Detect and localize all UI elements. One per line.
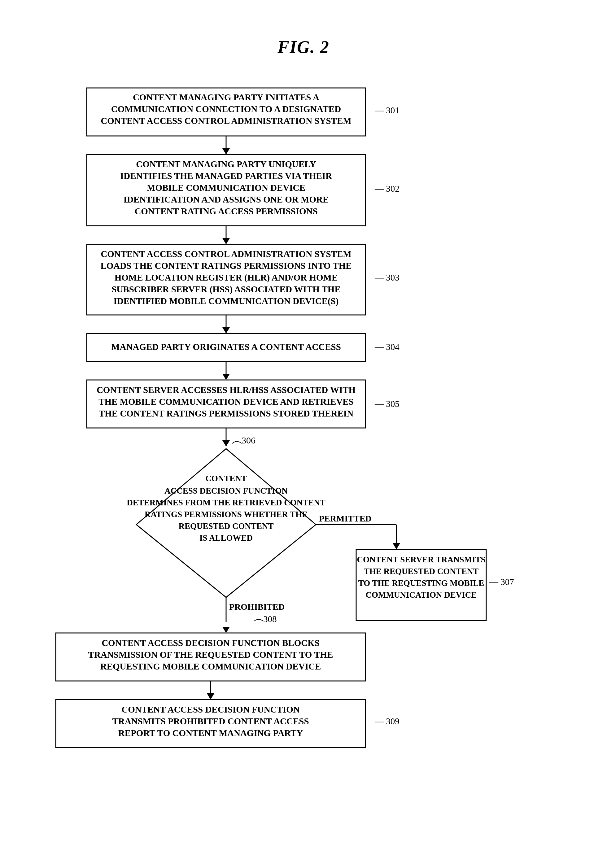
figure-title-2: FIG. 2 (25, 19, 582, 57)
main-flowchart-svg: CONTENT MANAGING PARTY INITIATES A COMMU… (25, 82, 582, 868)
svg-text:— 307: — 307 (489, 577, 514, 587)
svg-text:CONTENT SERVER ACCESSES HLR/HS: CONTENT SERVER ACCESSES HLR/HSS ASSOCIAT… (96, 385, 356, 395)
svg-text:REPORT TO CONTENT MANAGING PAR: REPORT TO CONTENT MANAGING PARTY (118, 728, 303, 738)
arrowhead-308-309 (207, 693, 214, 699)
svg-text:CONTENT ACCESS DECISION FUNCTI: CONTENT ACCESS DECISION FUNCTION (121, 705, 300, 715)
svg-text:TO THE REQUESTING MOBILE: TO THE REQUESTING MOBILE (358, 578, 484, 588)
arrowhead-307 (393, 543, 400, 549)
svg-text:— 304: — 304 (374, 342, 399, 352)
svg-text:SUBSCRIBER SERVER (HSS) ASSOCI: SUBSCRIBER SERVER (HSS) ASSOCIATED WITH … (112, 284, 341, 294)
svg-text:RATINGS PERMISSIONS WHETHER TH: RATINGS PERMISSIONS WHETHER THE (144, 510, 307, 519)
svg-text:IDENTIFICATION AND ASSIGNS ONE: IDENTIFICATION AND ASSIGNS ONE OR MORE (124, 194, 329, 205)
label-301: — 301 (374, 105, 399, 115)
svg-text:— 309: — 309 (374, 716, 399, 726)
text-301-3: CONTENT ACCESS CONTROL ADMINISTRATION SY… (101, 116, 351, 126)
text-prohibited: PROHIBITED (229, 602, 285, 612)
svg-text:IS ALLOWED: IS ALLOWED (199, 533, 253, 542)
curve-306 (232, 442, 242, 444)
svg-overlay: FIG. 2 CONTENT MANAGING PARTY INITIATES … (0, 0, 607, 868)
svg-text:— 305: — 305 (374, 399, 399, 409)
arrowhead-305-306 (222, 440, 230, 446)
svg-text:THE MOBILE COMMUNICATION DEVIC: THE MOBILE COMMUNICATION DEVICE AND RETR… (98, 397, 354, 407)
svg-text:MOBILE COMMUNICATION DEVICE: MOBILE COMMUNICATION DEVICE (147, 183, 305, 192)
svg-text:THE REQUESTED CONTENT: THE REQUESTED CONTENT (364, 567, 479, 576)
svg-text:REQUESTING MOBILE COMMUNICATIO: REQUESTING MOBILE COMMUNICATION DEVICE (100, 662, 321, 671)
text-308-label: 308 (263, 614, 277, 624)
arrowhead-304-305 (222, 374, 230, 380)
svg-text:REQUESTED CONTENT: REQUESTED CONTENT (179, 521, 274, 531)
arrowhead-301-302 (222, 148, 230, 155)
svg-text:— 302: — 302 (374, 184, 399, 194)
svg-text:CONTENT ACCESS CONTROL ADMINIS: CONTENT ACCESS CONTROL ADMINISTRATION SY… (101, 249, 351, 259)
svg-text:IDENTIFIES THE MANAGED PARTIES: IDENTIFIES THE MANAGED PARTIES VIA THEIR (120, 171, 332, 181)
svg-text:ACCESS DECISION FUNCTION: ACCESS DECISION FUNCTION (165, 486, 288, 496)
arrowhead-303-304 (222, 327, 230, 333)
text-306: 306 (242, 435, 256, 445)
text-301-1: CONTENT MANAGING PARTY INITIATES A (133, 92, 319, 102)
svg-text:TRANSMISSION OF THE REQUESTED : TRANSMISSION OF THE REQUESTED CONTENT TO… (88, 650, 333, 660)
svg-text:CONTENT ACCESS DECISION FUNCTI: CONTENT ACCESS DECISION FUNCTION BLOCKS (102, 638, 320, 648)
flow-container: CONTENT MANAGING PARTY INITIATES A COMMU… (25, 82, 582, 868)
svg-text:LOADS THE CONTENT RATINGS PERM: LOADS THE CONTENT RATINGS PERMISSIONS IN… (100, 261, 351, 271)
text-301-2: COMMUNICATION CONNECTION TO A DESIGNATED (111, 104, 341, 114)
svg-text:DETERMINES FROM THE RETRIEVED : DETERMINES FROM THE RETRIEVED CONTENT (127, 498, 326, 507)
svg-text:TRANSMITS PROHIBITED CONTENT A: TRANSMITS PROHIBITED CONTENT ACCESS (112, 716, 309, 726)
svg-text:HOME LOCATION REGISTER (HLR) A: HOME LOCATION REGISTER (HLR) AND/OR HOME (115, 273, 338, 283)
svg-text:MANAGED PARTY ORIGINATES A CON: MANAGED PARTY ORIGINATES A CONTENT ACCES… (111, 342, 341, 352)
svg-text:IDENTIFIED MOBILE COMMUNICATIO: IDENTIFIED MOBILE COMMUNICATION DEVICE(S… (114, 296, 339, 306)
curve-308 (254, 619, 263, 621)
svg-text:THE CONTENT RATINGS PERMISSION: THE CONTENT RATINGS PERMISSIONS STORED T… (99, 408, 353, 418)
svg-text:COMMUNICATION DEVICE: COMMUNICATION DEVICE (366, 590, 477, 600)
svg-text:CONTENT MANAGING PARTY UNIQUEL: CONTENT MANAGING PARTY UNIQUELY (136, 159, 316, 169)
svg-text:— 303: — 303 (374, 273, 399, 282)
arrowhead-308 (222, 627, 230, 633)
svg-text:CONTENT: CONTENT (205, 474, 247, 483)
arrowhead-302-303 (222, 238, 230, 244)
svg-text:CONTENT SERVER TRANSMITS: CONTENT SERVER TRANSMITS (357, 555, 485, 564)
text-permitted: PERMITTED (319, 514, 372, 523)
svg-text:CONTENT RATING ACCESS PERMISSI: CONTENT RATING ACCESS PERMISSIONS (134, 206, 317, 216)
page-full: FIG. 2 CONTENT MANAGING PARTY INITIATES … (0, 0, 607, 868)
